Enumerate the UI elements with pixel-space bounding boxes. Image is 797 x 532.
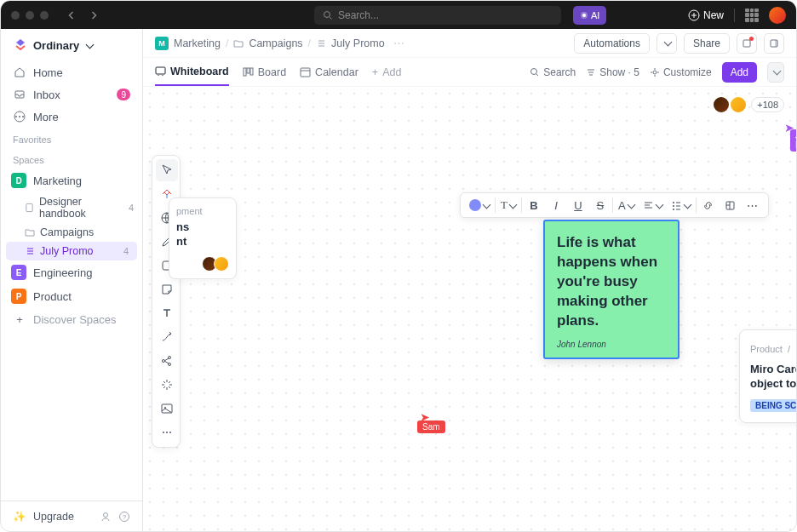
breadcrumb-page[interactable]: July Promo (331, 37, 385, 49)
tool-text[interactable] (156, 302, 178, 324)
panel-button[interactable] (764, 33, 784, 54)
format-task[interactable] (720, 195, 741, 215)
user-avatar[interactable] (769, 7, 786, 24)
board-icon (243, 66, 254, 77)
sidebar-item-inbox[interactable]: Inbox 9 (1, 83, 142, 106)
search-view-button[interactable]: Search (530, 66, 576, 78)
space-color-icon: E (11, 265, 26, 280)
tool-select[interactable] (156, 159, 178, 181)
calendar-icon (300, 66, 311, 77)
format-bold[interactable]: B (524, 195, 544, 215)
doc-icon (25, 203, 34, 213)
format-text-color[interactable]: A (615, 195, 638, 215)
card-breadcrumb: Product (750, 344, 783, 354)
svg-point-10 (104, 512, 108, 517)
search-input[interactable]: Search... (314, 6, 561, 25)
svg-point-34 (673, 205, 674, 207)
format-more[interactable]: ⋯ (743, 195, 763, 215)
tab-board[interactable]: Board (243, 58, 286, 86)
assignee-avatars (205, 256, 229, 272)
workspace-switcher[interactable]: Ordinary (1, 29, 142, 61)
breadcrumb-folder[interactable]: Campaigns (249, 37, 302, 49)
sidebar-item-more[interactable]: More (1, 106, 142, 128)
svg-rect-16 (156, 67, 165, 74)
space-marketing[interactable]: D Marketing (1, 169, 142, 192)
share-button[interactable]: Share (684, 33, 730, 54)
plus-icon: + (372, 66, 378, 78)
gear-icon (650, 67, 660, 77)
ai-button[interactable]: AI (573, 6, 606, 25)
breadcrumb-space[interactable]: Marketing (174, 37, 221, 49)
home-icon (13, 66, 26, 79)
tool-sticky[interactable] (156, 278, 178, 300)
sticky-note[interactable]: Life is what happens when you're busy ma… (543, 220, 679, 359)
folder-icon (233, 38, 244, 49)
format-toolbar: T B I U S A ⋯ (460, 192, 769, 218)
new-button[interactable]: New (688, 9, 724, 21)
automations-button[interactable]: Automations (574, 33, 650, 54)
list-campaigns[interactable]: Campaigns (1, 223, 142, 242)
breadcrumb-bar: M Marketing / Campaigns / July Promo ⋯ A… (143, 29, 796, 58)
tool-ai[interactable] (156, 374, 178, 396)
folder-icon (25, 227, 35, 237)
person-icon[interactable] (100, 511, 112, 523)
format-color[interactable] (466, 195, 493, 215)
task-card-partial[interactable]: pment nsnt (169, 197, 237, 279)
favorites-section-label: Favorites (1, 128, 142, 148)
clickup-logo-icon (13, 37, 28, 53)
svg-rect-17 (244, 68, 246, 76)
space-product[interactable]: P Product (1, 284, 142, 308)
automations-chevron[interactable] (657, 33, 677, 54)
nav-back-button[interactable] (62, 6, 81, 25)
tool-more[interactable] (156, 421, 178, 443)
apps-grid-icon[interactable] (745, 9, 759, 22)
svg-point-22 (653, 71, 657, 74)
space-color-icon: P (11, 289, 26, 304)
space-color-icon: D (11, 173, 26, 188)
nav-forward-button[interactable] (84, 6, 103, 25)
more-icon[interactable]: ⋯ (393, 37, 404, 49)
format-strike[interactable]: S (590, 195, 611, 215)
discover-spaces[interactable]: + Discover Spaces (1, 308, 142, 330)
list-july-promo[interactable]: July Promo 4 (6, 242, 137, 260)
tab-calendar[interactable]: Calendar (300, 58, 358, 86)
customize-button[interactable]: Customize (650, 66, 712, 78)
sidebar-item-home[interactable]: Home (1, 61, 142, 83)
search-icon (323, 10, 333, 20)
notifications-button[interactable] (737, 33, 757, 54)
chevron-down-icon (84, 39, 93, 52)
spaces-section-label: Spaces (1, 148, 142, 169)
space-engineering[interactable]: E Engineering (1, 260, 142, 284)
tool-image[interactable] (156, 398, 178, 420)
format-link[interactable] (698, 195, 719, 215)
format-underline[interactable]: U (568, 195, 588, 215)
tab-add-view[interactable]: + Add (372, 58, 402, 86)
presence-avatars[interactable]: +108 (717, 95, 784, 114)
svg-point-6 (19, 116, 20, 117)
tool-mindmap[interactable] (156, 350, 178, 372)
presence-more[interactable]: +108 (751, 97, 784, 112)
task-card[interactable]: Product/ .../ Member Development Miro Ca… (739, 329, 796, 423)
list-designer-handbook[interactable]: Designer handbook 4 (1, 192, 142, 223)
sparkle-icon (580, 11, 588, 20)
add-button[interactable]: Add (722, 62, 757, 83)
format-list[interactable] (668, 195, 694, 215)
window-controls[interactable] (11, 11, 49, 20)
svg-rect-20 (301, 68, 310, 77)
format-font[interactable]: T (497, 195, 519, 215)
tab-whiteboard[interactable]: Whiteboard (155, 58, 229, 86)
help-icon[interactable]: ? (118, 511, 130, 523)
card-title: Miro Cards | Convert Miro object to Clic… (750, 363, 796, 392)
format-align[interactable] (639, 195, 666, 215)
svg-point-30 (163, 432, 164, 433)
breadcrumb-separator: / (226, 37, 228, 49)
whiteboard-canvas[interactable]: +108 ➤ John Doe ➤ Joseph D. ➤ (143, 87, 796, 531)
search-icon (530, 67, 540, 77)
space-badge: M (155, 37, 169, 50)
add-chevron-button[interactable] (767, 62, 784, 83)
show-button[interactable]: Show · 5 (586, 66, 639, 78)
format-italic[interactable]: I (546, 195, 566, 215)
inbox-badge: 9 (117, 89, 130, 100)
upgrade-button[interactable]: Upgrade (33, 511, 74, 523)
tool-connector[interactable] (156, 326, 178, 348)
